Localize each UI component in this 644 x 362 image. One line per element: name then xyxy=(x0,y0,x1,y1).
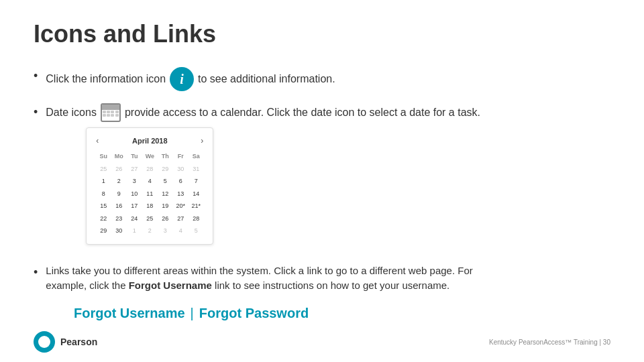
bullet-3: • Links take you to different areas with… xyxy=(34,263,610,294)
cal-day[interactable]: 20* xyxy=(173,200,188,213)
bullet-dot-1: • xyxy=(34,67,38,85)
cal-day-header-su: Su xyxy=(96,151,111,163)
pearson-label: Pearson xyxy=(60,337,97,347)
forgot-username-link[interactable]: Forgot Username xyxy=(74,306,185,321)
pearson-logo: Pearson xyxy=(34,331,97,353)
cal-day[interactable]: 3 xyxy=(127,176,142,188)
bullet2-prefix: Date icons xyxy=(46,105,97,121)
links-display: Forgot Username | Forgot Password xyxy=(74,306,610,321)
cal-day-header-th: Th xyxy=(158,151,172,163)
cal-month-title: April 2018 xyxy=(132,135,168,147)
cal-day-header-we: We xyxy=(142,151,157,163)
link-separator: | xyxy=(191,306,194,321)
cal-day[interactable]: 12 xyxy=(158,188,172,200)
bullet3-line1: Links take you to different areas within… xyxy=(46,265,472,276)
cal-day[interactable]: 29 xyxy=(96,225,111,237)
cal-day-header-sa: Sa xyxy=(189,151,203,163)
cal-day[interactable]: 13 xyxy=(173,188,188,200)
cal-day[interactable]: 2 xyxy=(142,225,157,237)
bullet3-line2: example, click the xyxy=(46,280,128,291)
bullet-2-text: Date icons provide access to a calendar.… xyxy=(46,103,610,251)
cal-day[interactable]: 9 xyxy=(111,188,126,200)
info-icon: i xyxy=(170,67,194,91)
calendar-icon xyxy=(101,103,121,122)
cal-day[interactable]: 11 xyxy=(142,188,157,200)
bullet3-bold: Forgot Username xyxy=(129,280,212,291)
cal-day[interactable]: 23 xyxy=(111,213,126,225)
cal-day[interactable]: 6 xyxy=(173,176,188,188)
cal-day-header-fr: Fr xyxy=(173,151,188,163)
cal-day[interactable]: 22 xyxy=(96,213,111,225)
cal-day[interactable]: 29 xyxy=(158,164,172,176)
bullet2-suffix: provide access to a calendar. Click the … xyxy=(125,105,480,121)
cal-day[interactable]: 28 xyxy=(189,213,203,225)
page-title: Icons and Links xyxy=(34,20,610,48)
bullet-1-text: Click the information icon i to see addi… xyxy=(46,67,610,91)
cal-day[interactable]: 18 xyxy=(142,200,157,213)
cal-day[interactable]: 21* xyxy=(189,200,203,213)
cal-day[interactable]: 2 xyxy=(111,176,126,188)
cal-day-header-tu: Tu xyxy=(127,151,142,163)
forgot-password-link[interactable]: Forgot Password xyxy=(199,306,309,321)
pearson-circle-icon xyxy=(34,331,55,353)
bullet-2: • Date icons provide access to a calenda… xyxy=(34,103,610,251)
cal-prev[interactable]: ‹ xyxy=(96,135,99,147)
cal-day[interactable]: 25 xyxy=(142,213,157,225)
cal-day[interactable]: 27 xyxy=(173,213,188,225)
cal-day[interactable]: 31 xyxy=(189,164,203,176)
cal-day-header-mo: Mo xyxy=(111,151,126,163)
bullet1-suffix: to see additional information. xyxy=(198,71,335,87)
cal-day[interactable]: 30 xyxy=(111,225,126,237)
cal-day[interactable]: 19 xyxy=(158,200,172,213)
cal-day[interactable]: 16 xyxy=(111,200,126,213)
bullet-dot-3: • xyxy=(34,263,38,282)
calendar-preview: ‹ April 2018 › Su Mo Tu We Th Fr Sa 25 2… xyxy=(86,127,213,245)
cal-day[interactable]: 5 xyxy=(189,225,203,237)
cal-day[interactable]: 3 xyxy=(158,225,172,237)
cal-next[interactable]: › xyxy=(201,135,203,147)
cal-day[interactable]: 1 xyxy=(127,225,142,237)
calendar-grid: Su Mo Tu We Th Fr Sa 25 26 27 28 29 30 3… xyxy=(96,151,203,237)
cal-day[interactable]: 5 xyxy=(158,176,172,188)
cal-day[interactable]: 26 xyxy=(158,213,172,225)
cal-day[interactable]: 4 xyxy=(142,176,157,188)
cal-day[interactable]: 30 xyxy=(173,164,188,176)
bullet-3-text: Links take you to different areas within… xyxy=(46,263,610,294)
cal-day[interactable]: 15 xyxy=(96,200,111,213)
cal-day[interactable]: 8 xyxy=(96,188,111,200)
bullet3-line3: link to see instructions on how to get y… xyxy=(212,280,449,291)
cal-day[interactable]: 24 xyxy=(127,213,142,225)
bullet-1: • Click the information icon i to see ad… xyxy=(34,67,610,91)
footer-page-info: Kentucky PearsonAccess™ Training | 30 xyxy=(489,339,610,346)
bullet1-prefix: Click the information icon xyxy=(46,71,166,87)
cal-day[interactable]: 26 xyxy=(111,164,126,176)
cal-day[interactable]: 25 xyxy=(96,164,111,176)
bullet-dot-2: • xyxy=(34,103,38,121)
cal-day[interactable]: 7 xyxy=(189,176,203,188)
pearson-circle-inner xyxy=(38,336,50,348)
cal-day[interactable]: 14 xyxy=(189,188,203,200)
cal-day[interactable]: 28 xyxy=(142,164,157,176)
cal-day[interactable]: 27 xyxy=(127,164,142,176)
slide: Icons and Links • Click the information … xyxy=(0,0,644,362)
cal-day[interactable]: 17 xyxy=(127,200,142,213)
calendar-header: ‹ April 2018 › xyxy=(96,135,203,147)
cal-day[interactable]: 1 xyxy=(96,176,111,188)
cal-day[interactable]: 4 xyxy=(173,225,188,237)
footer: Pearson Kentucky PearsonAccess™ Training… xyxy=(0,331,644,353)
cal-day[interactable]: 10 xyxy=(127,188,142,200)
